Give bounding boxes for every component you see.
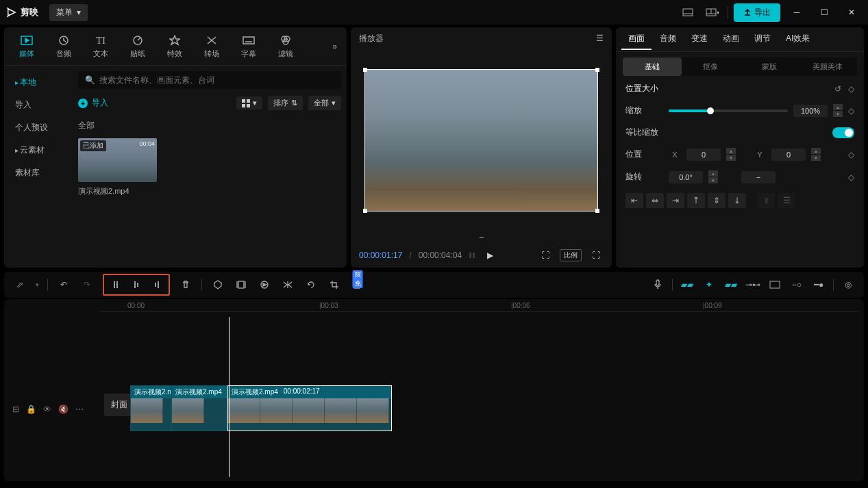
y-stepper[interactable]: ▲▼ [811,148,821,161]
align-center-v-icon[interactable]: ⇕ [708,193,726,208]
export-button[interactable]: 导出 [734,3,780,22]
align-left-icon[interactable]: ⇤ [625,193,643,208]
sidebar-item-cloud[interactable]: ▸云素材 [7,139,70,162]
search-input[interactable]: 🔍 [78,71,341,89]
rotation-stepper[interactable]: ▲▼ [708,170,718,183]
subtab-beauty[interactable]: 美颜美体 [799,57,858,76]
position-y-value[interactable]: 0 [771,149,806,161]
align-center-h-icon[interactable]: ⇔ [646,193,664,208]
link-icon[interactable]: ▰▰ [723,277,739,292]
import-button[interactable]: +导入 [78,97,108,109]
player-menu-icon[interactable]: ☰ [596,34,604,43]
track-mute-icon[interactable]: 🔇 [58,404,69,414]
magnet-main-icon[interactable]: ▰▰ [680,277,695,292]
timeline-clip[interactable]: 演示视频2.n [130,385,171,431]
track-more-icon[interactable]: ⋯ [75,404,84,414]
mic-icon[interactable] [650,277,665,292]
split-left-icon[interactable] [129,277,144,292]
tab-transition[interactable]: 转场 [195,34,229,59]
sidebar-item-import[interactable]: 导入 [7,94,70,116]
tab-speed[interactable]: 变速 [684,29,715,50]
subtab-mask[interactable]: 蒙版 [740,57,799,76]
tab-ai[interactable]: AI效果 [779,29,817,50]
playhead[interactable] [229,317,230,477]
sidebar-item-library[interactable]: 素材库 [7,162,70,184]
playback-curve-icon[interactable]: ⌢ [351,231,612,243]
tab-filter[interactable]: 滤镜 [269,34,303,59]
position-keyframe-icon[interactable]: ◇ [848,150,854,159]
speed-icon[interactable] [257,277,272,292]
layout1-icon[interactable] [678,4,697,21]
distribute-v-icon[interactable]: ☰ [778,193,795,208]
align-right-icon[interactable]: ⇥ [667,193,684,208]
zoom-out-icon[interactable]: −○ [789,277,804,292]
tab-audio-prop[interactable]: 音频 [653,29,683,50]
view-grid-button[interactable]: ▾ [236,97,262,110]
scale-value[interactable]: 100% [793,105,828,117]
cursor-tool-icon[interactable]: ⬀ [12,277,27,292]
volume-bars-icon[interactable]: ⦀⦀ [469,251,475,260]
fullscreen-icon[interactable]: ⛶ [588,248,604,263]
sidebar-item-preset[interactable]: 个人预设 [7,116,70,139]
tab-sticker[interactable]: 贴纸 [121,34,155,59]
distribute-h-icon[interactable]: ⫴ [757,193,775,208]
scale-slider[interactable] [669,110,788,112]
track-visible-icon[interactable]: 👁 [43,404,51,414]
maximize-button[interactable]: ☐ [813,4,835,21]
tab-animation[interactable]: 动画 [716,29,746,50]
position-x-value[interactable]: 0 [686,149,721,161]
freeze-icon[interactable] [234,277,249,292]
split-icon[interactable] [108,277,123,292]
subtab-basic[interactable]: 基础 [623,57,682,76]
align-top-icon[interactable]: ⤒ [687,193,705,208]
undo-icon[interactable]: ↶ [56,277,71,292]
reset-icon[interactable]: ↺ [834,84,841,94]
zoom-fit-icon[interactable]: ⛶ [538,248,553,263]
video-preview[interactable] [364,69,598,211]
magnet-all-icon[interactable]: ✦ [702,277,717,292]
scale-keyframe-icon[interactable]: ◇ [848,106,854,116]
scale-stepper[interactable]: ▲▼ [833,104,843,117]
tab-text[interactable]: TI文本 [84,34,118,59]
filter-button[interactable]: 全部 ▾ [308,96,341,110]
mirror-icon[interactable] [280,277,295,292]
sort-button[interactable]: 排序 ⇅ [268,96,303,110]
prop-scale-toggle[interactable] [832,127,854,138]
tab-audio[interactable]: 音频 [47,34,81,59]
keyframe-icon[interactable]: ◇ [848,84,854,94]
timeline-clip[interactable]: 演示视频2.mp4 [171,385,227,431]
tab-adjust[interactable]: 调节 [747,29,778,50]
zoom-fit-icon[interactable]: ◎ [841,277,856,292]
timeline-clip[interactable]: 演示视频2.mp400:00:02:17 [227,385,392,431]
tab-media[interactable]: 媒体 [10,34,44,59]
timeline-ruler[interactable]: 00:00 |00:03 |00:06 |00:09 [100,302,864,317]
track-lock-icon[interactable]: 🔒 [26,404,36,414]
minimize-button[interactable]: ─ [786,4,808,21]
menu-button[interactable]: 菜单 ▾ [49,4,88,21]
tabs-more-icon[interactable]: » [328,42,341,51]
tab-effect[interactable]: 特效 [158,34,192,59]
zoom-slider[interactable]: ━● [811,277,826,292]
rotation-dash[interactable]: − [741,171,776,183]
ratio-button[interactable]: 比例 [560,249,582,261]
layout2-icon[interactable]: ▾ [703,4,722,21]
cursor-dropdown-icon[interactable]: ▾ [36,281,39,288]
media-thumbnail[interactable]: 已添加 00:04 演示视频2.mp4 [78,138,157,196]
track-collapse-icon[interactable]: ⊟ [12,404,19,414]
align-bottom-icon[interactable]: ⤓ [728,193,746,208]
close-button[interactable]: ✕ [841,4,863,21]
x-stepper[interactable]: ▲▼ [726,148,736,161]
tab-picture[interactable]: 画面 [621,29,652,50]
rotate-icon[interactable] [303,277,319,292]
delete-icon[interactable] [178,277,193,292]
snap-icon[interactable]: ⊸⊷ [745,277,760,292]
sidebar-item-local[interactable]: ▸本地 [7,71,70,94]
rotation-value[interactable]: 0.0° [669,171,703,183]
tab-caption[interactable]: 字幕 [232,34,266,59]
rotation-keyframe-icon[interactable]: ◇ [848,172,854,182]
subtab-cutout[interactable]: 抠像 [682,57,741,76]
split-right-icon[interactable] [149,277,164,292]
preview-mode-icon[interactable] [767,277,782,292]
smart-tool-icon[interactable] [350,277,365,292]
redo-icon[interactable]: ↷ [79,277,95,292]
